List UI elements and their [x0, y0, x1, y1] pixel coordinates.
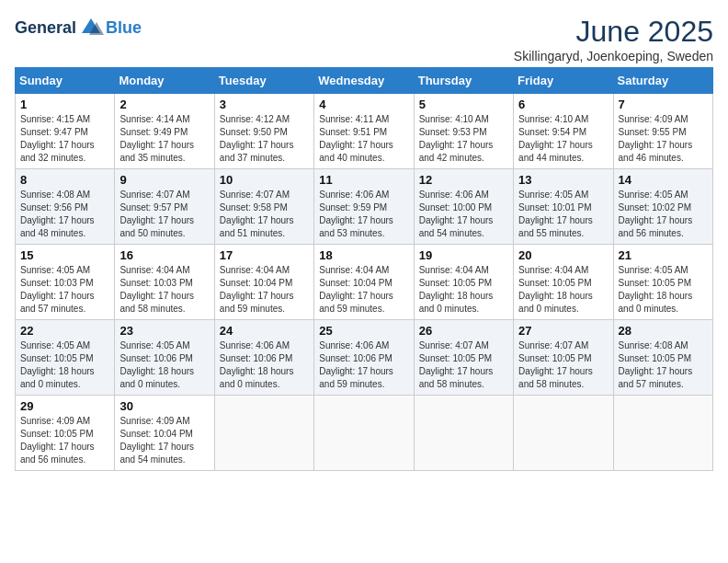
day-info: Sunrise: 4:14 AM Sunset: 9:49 PM Dayligh… [119, 113, 209, 165]
day-number: 8 [20, 173, 109, 187]
calendar-cell: 11 Sunrise: 4:06 AM Sunset: 9:59 PM Dayl… [314, 169, 414, 245]
day-info: Sunrise: 4:07 AM Sunset: 9:57 PM Dayligh… [119, 189, 209, 240]
day-info: Sunrise: 4:05 AM Sunset: 10:01 PM Daylig… [518, 189, 608, 240]
day-info: Sunrise: 4:08 AM Sunset: 10:05 PM Daylig… [619, 339, 708, 391]
day-info: Sunrise: 4:07 AM Sunset: 10:05 PM Daylig… [518, 339, 608, 391]
day-number: 21 [619, 248, 708, 262]
calendar-week-row: 1 Sunrise: 4:15 AM Sunset: 9:47 PM Dayli… [16, 94, 713, 169]
calendar-cell: 15 Sunrise: 4:05 AM Sunset: 10:03 PM Day… [16, 245, 115, 320]
calendar-cell: 18 Sunrise: 4:04 AM Sunset: 10:04 PM Day… [314, 245, 414, 320]
calendar-cell: 9 Sunrise: 4:07 AM Sunset: 9:57 PM Dayli… [115, 169, 214, 245]
calendar-cell: 21 Sunrise: 4:05 AM Sunset: 10:05 PM Day… [613, 245, 712, 320]
location-subtitle: Skillingaryd, Joenkoeping, Sweden [514, 49, 713, 63]
calendar-cell: 7 Sunrise: 4:09 AM Sunset: 9:55 PM Dayli… [613, 94, 712, 169]
page-header: General Blue June 2025 Skillingaryd, Joe… [15, 15, 713, 63]
day-number: 24 [220, 324, 309, 338]
calendar-cell: 30 Sunrise: 4:09 AM Sunset: 10:04 PM Day… [115, 396, 214, 471]
calendar-cell: 25 Sunrise: 4:06 AM Sunset: 10:06 PM Day… [314, 320, 414, 396]
calendar-cell [514, 396, 613, 471]
calendar-week-row: 22 Sunrise: 4:05 AM Sunset: 10:05 PM Day… [16, 320, 713, 396]
weekday-header-saturday: Saturday [613, 68, 712, 94]
weekday-header-sunday: Sunday [16, 68, 115, 94]
day-number: 1 [20, 98, 109, 111]
day-info: Sunrise: 4:11 AM Sunset: 9:51 PM Dayligh… [319, 113, 408, 165]
day-number: 7 [619, 98, 708, 111]
day-number: 27 [518, 324, 608, 338]
day-info: Sunrise: 4:06 AM Sunset: 10:00 PM Daylig… [419, 189, 508, 240]
calendar-cell: 8 Sunrise: 4:08 AM Sunset: 9:56 PM Dayli… [16, 169, 115, 245]
calendar-cell: 20 Sunrise: 4:04 AM Sunset: 10:05 PM Day… [514, 245, 613, 320]
weekday-header-monday: Monday [115, 68, 214, 94]
day-number: 14 [619, 173, 708, 187]
day-number: 11 [319, 173, 408, 187]
calendar-cell: 4 Sunrise: 4:11 AM Sunset: 9:51 PM Dayli… [314, 94, 414, 169]
title-area: June 2025 Skillingaryd, Joenkoeping, Swe… [514, 15, 713, 63]
calendar-cell: 14 Sunrise: 4:05 AM Sunset: 10:02 PM Day… [613, 169, 712, 245]
calendar-cell [214, 396, 313, 471]
weekday-header-tuesday: Tuesday [214, 68, 313, 94]
day-number: 20 [518, 248, 608, 262]
day-number: 3 [220, 98, 309, 111]
day-number: 26 [419, 324, 508, 338]
day-number: 4 [319, 98, 408, 111]
logo-icon [78, 15, 104, 40]
calendar-cell [613, 396, 712, 471]
day-info: Sunrise: 4:04 AM Sunset: 10:05 PM Daylig… [419, 264, 508, 316]
day-info: Sunrise: 4:05 AM Sunset: 10:05 PM Daylig… [20, 339, 109, 391]
day-info: Sunrise: 4:05 AM Sunset: 10:03 PM Daylig… [20, 264, 109, 316]
calendar-cell: 16 Sunrise: 4:04 AM Sunset: 10:03 PM Day… [115, 245, 214, 320]
day-info: Sunrise: 4:10 AM Sunset: 9:54 PM Dayligh… [518, 113, 608, 165]
day-info: Sunrise: 4:09 AM Sunset: 10:05 PM Daylig… [20, 415, 109, 466]
day-number: 13 [518, 173, 608, 187]
calendar-cell: 19 Sunrise: 4:04 AM Sunset: 10:05 PM Day… [414, 245, 513, 320]
day-info: Sunrise: 4:04 AM Sunset: 10:03 PM Daylig… [119, 264, 209, 316]
day-number: 15 [20, 248, 109, 262]
day-number: 25 [319, 324, 408, 338]
day-info: Sunrise: 4:12 AM Sunset: 9:50 PM Dayligh… [220, 113, 309, 165]
calendar-cell: 28 Sunrise: 4:08 AM Sunset: 10:05 PM Day… [613, 320, 712, 396]
calendar-table: SundayMondayTuesdayWednesdayThursdayFrid… [15, 67, 713, 471]
calendar-week-row: 29 Sunrise: 4:09 AM Sunset: 10:05 PM Day… [16, 396, 713, 471]
day-number: 5 [419, 98, 508, 111]
day-number: 19 [419, 248, 508, 262]
day-info: Sunrise: 4:05 AM Sunset: 10:02 PM Daylig… [619, 189, 708, 240]
day-number: 23 [119, 324, 209, 338]
calendar-cell: 5 Sunrise: 4:10 AM Sunset: 9:53 PM Dayli… [414, 94, 513, 169]
day-number: 9 [119, 173, 209, 187]
calendar-cell [414, 396, 513, 471]
calendar-cell: 6 Sunrise: 4:10 AM Sunset: 9:54 PM Dayli… [514, 94, 613, 169]
day-number: 22 [20, 324, 109, 338]
month-title: June 2025 [514, 15, 713, 49]
day-info: Sunrise: 4:08 AM Sunset: 9:56 PM Dayligh… [20, 189, 109, 240]
calendar-cell: 3 Sunrise: 4:12 AM Sunset: 9:50 PM Dayli… [214, 94, 313, 169]
calendar-cell: 22 Sunrise: 4:05 AM Sunset: 10:05 PM Day… [16, 320, 115, 396]
day-info: Sunrise: 4:04 AM Sunset: 10:04 PM Daylig… [220, 264, 309, 316]
calendar-week-row: 15 Sunrise: 4:05 AM Sunset: 10:03 PM Day… [16, 245, 713, 320]
day-info: Sunrise: 4:15 AM Sunset: 9:47 PM Dayligh… [20, 113, 109, 165]
weekday-header-wednesday: Wednesday [314, 68, 414, 94]
calendar-cell: 24 Sunrise: 4:06 AM Sunset: 10:06 PM Day… [214, 320, 313, 396]
calendar-cell: 26 Sunrise: 4:07 AM Sunset: 10:05 PM Day… [414, 320, 513, 396]
calendar-cell: 2 Sunrise: 4:14 AM Sunset: 9:49 PM Dayli… [115, 94, 214, 169]
day-info: Sunrise: 4:06 AM Sunset: 10:06 PM Daylig… [220, 339, 309, 391]
weekday-header-thursday: Thursday [414, 68, 513, 94]
day-number: 28 [619, 324, 708, 338]
day-number: 17 [220, 248, 309, 262]
day-number: 6 [518, 98, 608, 111]
day-info: Sunrise: 4:10 AM Sunset: 9:53 PM Dayligh… [419, 113, 508, 165]
calendar-week-row: 8 Sunrise: 4:08 AM Sunset: 9:56 PM Dayli… [16, 169, 713, 245]
day-number: 2 [119, 98, 209, 111]
day-number: 18 [319, 248, 408, 262]
day-info: Sunrise: 4:07 AM Sunset: 10:05 PM Daylig… [419, 339, 508, 391]
calendar-cell: 13 Sunrise: 4:05 AM Sunset: 10:01 PM Day… [514, 169, 613, 245]
calendar-cell: 12 Sunrise: 4:06 AM Sunset: 10:00 PM Day… [414, 169, 513, 245]
day-number: 29 [20, 399, 109, 413]
calendar-cell: 27 Sunrise: 4:07 AM Sunset: 10:05 PM Day… [514, 320, 613, 396]
calendar-cell: 1 Sunrise: 4:15 AM Sunset: 9:47 PM Dayli… [16, 94, 115, 169]
calendar-cell: 23 Sunrise: 4:05 AM Sunset: 10:06 PM Day… [115, 320, 214, 396]
day-info: Sunrise: 4:04 AM Sunset: 10:04 PM Daylig… [319, 264, 408, 316]
calendar-cell: 29 Sunrise: 4:09 AM Sunset: 10:05 PM Day… [16, 396, 115, 471]
calendar-cell: 17 Sunrise: 4:04 AM Sunset: 10:04 PM Day… [214, 245, 313, 320]
logo: General Blue [15, 15, 142, 40]
logo-blue-text: Blue [106, 18, 142, 38]
